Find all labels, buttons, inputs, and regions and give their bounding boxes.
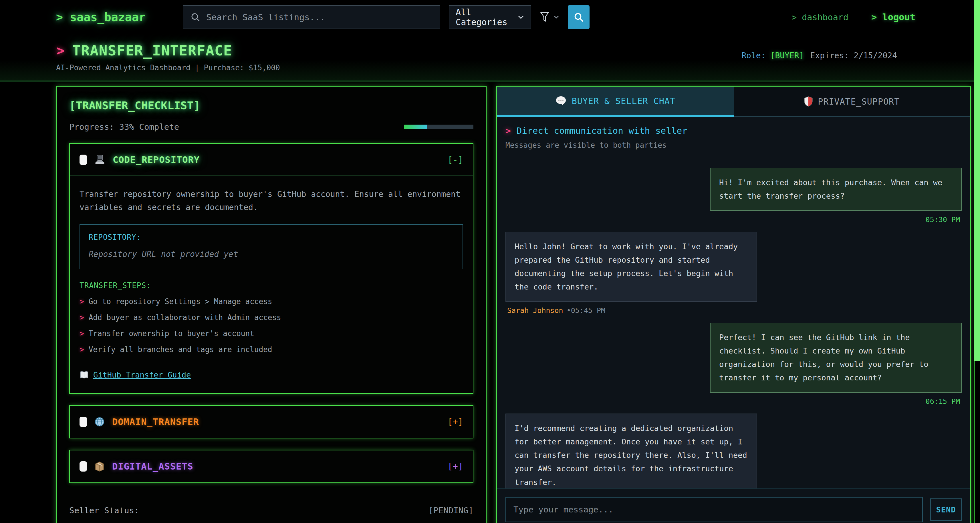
message-sender-name: Sarah Johnson — [507, 306, 563, 315]
section-title-code-repository: CODE_REPOSITORY — [113, 154, 200, 165]
shield-icon — [804, 96, 813, 106]
section-body-code-repository: Transfer repository ownership to buyer's… — [70, 176, 473, 393]
chat-tabs: BUYER_&_SELLER_CHAT PRIVATE_SUPPORT — [497, 87, 970, 117]
message-bubble: I'd recommend creating a dedicated organ… — [506, 414, 757, 489]
search-area: All Categories — [183, 5, 780, 29]
search-icon — [190, 12, 200, 22]
transfer-checklist-panel: [TRANSFER_CHECKLIST] Progress: 33% Compl… — [56, 86, 487, 523]
search-button[interactable] — [568, 5, 590, 29]
category-select-value: All Categories — [456, 7, 517, 27]
dashboard-link[interactable]: > dashboard — [791, 12, 848, 22]
repository-value: Repository URL not provided yet — [89, 249, 454, 259]
step-arrow-icon: > — [80, 297, 84, 306]
transfer-step: >Verify all branches and tags are includ… — [80, 345, 463, 354]
seller-status-label: Seller Status: — [69, 506, 139, 515]
transfer-step: >Transfer ownership to buyer's account — [80, 329, 463, 338]
page-subtitle: AI-Powered Analytics Dashboard | Purchas… — [56, 63, 280, 72]
page-scrollbar[interactable] — [974, 0, 980, 523]
step-arrow-icon: > — [80, 329, 84, 338]
step-text: Verify all branches and tags are include… — [89, 345, 272, 354]
section-header-digital-assets[interactable]: DIGITAL_ASSETS [+] — [70, 450, 473, 482]
repository-label: REPOSITORY: — [89, 233, 454, 241]
filter-funnel-icon — [540, 11, 549, 23]
tab-buyer-seller-chat[interactable]: BUYER_&_SELLER_CHAT — [497, 87, 734, 117]
section-header-code-repository[interactable]: CODE_REPOSITORY [-] — [70, 144, 473, 176]
category-select[interactable]: All Categories — [449, 5, 531, 29]
section-header-domain-transfer[interactable]: DOMAIN_TRANSFER [+] — [70, 406, 473, 438]
chat-input-row: SEND — [497, 488, 970, 523]
message-time: 05:30 PM — [926, 216, 960, 224]
chat-bubble-icon — [555, 96, 567, 106]
section-description: Transfer repository ownership to buyer's… — [80, 188, 463, 214]
package-icon — [94, 461, 105, 472]
code-repository-checkbox[interactable] — [80, 155, 87, 165]
github-guide-link[interactable]: GitHub Transfer Guide — [80, 370, 191, 379]
filter-chevron-icon — [554, 15, 559, 19]
step-text: Add buyer as collaborator with Admin acc… — [89, 313, 281, 322]
github-guide-link-label: GitHub Transfer Guide — [93, 370, 191, 379]
chevron-down-icon — [517, 15, 524, 19]
progress-fill — [404, 125, 427, 129]
section-title-domain-transfer: DOMAIN_TRANSFER — [112, 417, 199, 427]
chat-info-title: Direct communication with seller — [517, 125, 687, 136]
message-time: 06:15 PM — [926, 397, 960, 406]
step-text: Go to repository Settings > Manage acces… — [89, 297, 272, 306]
tab-private-support[interactable]: PRIVATE_SUPPORT — [734, 87, 970, 117]
step-text: Transfer ownership to buyer's account — [89, 329, 254, 338]
prompt-icon: > — [56, 42, 65, 59]
role-badge: [BUYER] — [770, 51, 804, 60]
tab-buyer-seller-chat-label: BUYER_&_SELLER_CHAT — [572, 96, 675, 106]
message-bubble: Hi! I'm excited about this purchase. Whe… — [710, 168, 962, 211]
search-input[interactable] — [206, 12, 433, 22]
laptop-icon — [94, 155, 105, 165]
search-box — [183, 5, 440, 29]
checklist-title: [TRANSFER_CHECKLIST] — [69, 99, 473, 112]
digital-assets-checkbox[interactable] — [80, 461, 87, 472]
transfer-step: >Go to repository Settings > Manage acce… — [80, 297, 463, 306]
section-title-digital-assets: DIGITAL_ASSETS — [112, 461, 193, 472]
chat-message-seller: Hello John! Great to work with you. I've… — [506, 232, 962, 317]
app-logo[interactable]: > saas_bazaar — [56, 11, 146, 24]
domain-transfer-checkbox[interactable] — [80, 417, 87, 427]
checklist-section-digital-assets: DIGITAL_ASSETS [+] — [69, 450, 473, 483]
expand-toggle-digital-assets[interactable]: [+] — [448, 461, 463, 471]
transfer-steps-list: >Go to repository Settings > Manage acce… — [80, 297, 463, 354]
main-content: [TRANSFER_CHECKLIST] Progress: 33% Compl… — [56, 86, 971, 523]
chat-panel: BUYER_&_SELLER_CHAT PRIVATE_SUPPORT > Di… — [496, 86, 971, 523]
expand-toggle-domain-transfer[interactable]: [+] — [448, 417, 463, 427]
chat-info-prompt-icon: > — [506, 125, 511, 136]
message-time: •05:45 PM — [567, 306, 605, 315]
tab-private-support-label: PRIVATE_SUPPORT — [818, 97, 900, 106]
expires-label: Expires: 2/15/2024 — [810, 51, 897, 60]
chat-message-buyer: Hi! I'm excited about this purchase. Whe… — [506, 168, 962, 227]
progress-label: Progress: 33% Complete — [69, 122, 179, 132]
progress-bar — [404, 125, 473, 129]
transfer-step: >Add buyer as collaborator with Admin ac… — [80, 313, 463, 322]
chat-info: > Direct communication with seller Messa… — [497, 117, 970, 157]
search-button-icon — [573, 11, 584, 23]
step-arrow-icon: > — [80, 313, 84, 322]
nav-links: > dashboard > logout — [791, 12, 915, 22]
send-button[interactable]: SEND — [930, 498, 962, 521]
logout-link[interactable]: > logout — [871, 12, 915, 22]
page-header: > TRANSFER_INTERFACE AI-Powered Analytic… — [0, 34, 980, 81]
chat-message-buyer: Perfect! I can see the GitHub link in th… — [506, 323, 962, 408]
collapse-toggle-code-repository[interactable]: [-] — [448, 155, 463, 165]
message-bubble: Hello John! Great to work with you. I've… — [506, 232, 757, 302]
chat-info-subtitle: Messages are visible to both parties — [506, 141, 962, 149]
message-input[interactable] — [506, 497, 923, 522]
progress-row: Progress: 33% Complete — [69, 122, 473, 132]
page-header-left: > TRANSFER_INTERFACE AI-Powered Analytic… — [56, 42, 280, 72]
transfer-steps-label: TRANSFER_STEPS: — [80, 281, 463, 290]
filter-button[interactable] — [540, 11, 559, 23]
globe-icon — [94, 417, 105, 427]
checklist-section-domain-transfer: DOMAIN_TRANSFER [+] — [69, 405, 473, 438]
seller-status-row: Seller Status: [PENDING] — [69, 506, 473, 515]
repository-field: REPOSITORY: Repository URL not provided … — [80, 224, 463, 269]
page-title: TRANSFER_INTERFACE — [72, 42, 232, 59]
checklist-footer: Seller Status: [PENDING] ⚠ COMPLETE_CHEC… — [69, 495, 473, 523]
message-bubble: Perfect! I can see the GitHub link in th… — [710, 323, 962, 393]
header-meta: Role: [BUYER] Expires: 2/15/2024 — [741, 51, 897, 60]
scrollbar-thumb[interactable] — [974, 0, 980, 361]
top-navbar: > saas_bazaar All Categories — [0, 0, 980, 34]
